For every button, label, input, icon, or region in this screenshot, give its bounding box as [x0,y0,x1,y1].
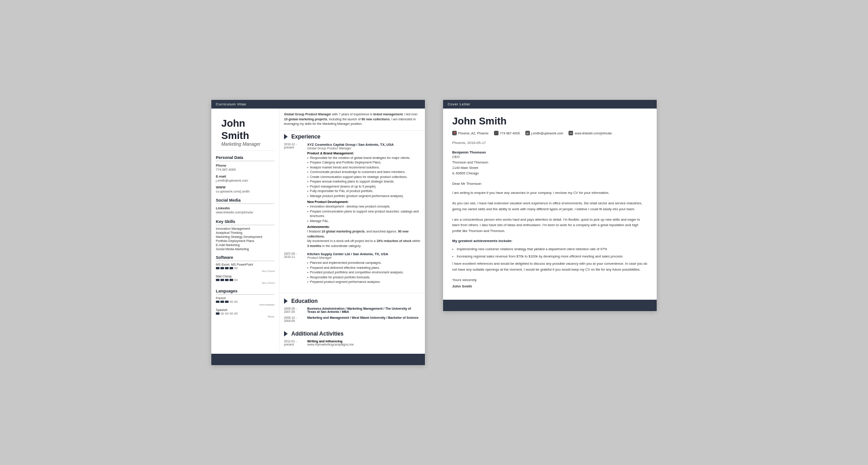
exp-bullet-item: Prepare Category and Portfolio Deploymen… [307,160,420,165]
lang-dot [216,312,219,315]
cl-email: ✉ j.smith@uptowork.com [525,131,564,135]
cl-name: John Smith [452,115,648,127]
experience-title: Experience [284,134,420,140]
bar-dot [216,279,219,281]
key-skills-title: Key Skills [216,219,274,225]
email-value: j.smith@uptowork.com [216,178,274,183]
languages-title: Languages [216,289,274,295]
experience-item: 2010-12 - presentXYZ Cosmetics Capital G… [284,143,420,249]
edu-degree: Business Administration / Marketing Mana… [307,307,420,313]
exp-subsection-title: New Product Development: [307,200,420,203]
software-title: Software [216,255,274,261]
email-label: E-mail [216,174,274,178]
software-level-label: Very Good [216,282,274,284]
cl-linkedin: in www.linkedin.com/johnutw [569,131,612,135]
software-name: MS Excel, MS PowerPoint [216,263,274,266]
cl-footer [443,300,657,311]
phone-label: Phone [216,163,274,168]
lang-dot [220,301,224,303]
exp-date: 2010-12 - present [284,143,304,249]
act-title: Writing and Influencing [307,340,420,343]
lang-dot [216,301,219,303]
lang-dot [225,301,229,303]
lang-dot [229,312,233,315]
education-arrow [284,298,288,304]
cv-main-content: Global Group Product Manager with 7 year… [279,109,425,351]
exp-bullet-item: Analyze market trends and recommend solu… [307,165,420,170]
education-title: Education [284,298,420,304]
cv-body: John Smith Marketing Manager Personal Da… [211,109,425,351]
activities-section: Additional Activities 2012-01 - presentW… [279,328,425,351]
exp-subsection-title: Product & Brand Management: [307,152,420,155]
social-media-title: Social Media [216,198,274,204]
edu-content: Marketing and Management / West Miami Un… [307,316,420,322]
skills-list: Innovation ManagementAnalytical Thinking… [216,227,274,251]
cl-yours-sincerely: Yours sincerely [452,278,648,282]
cl-phone-text: 774-987-4009 [500,132,520,135]
bar-dot [220,267,224,269]
exp-bullet-item: Planned and implemented promotional camp… [307,261,420,266]
exp-bullet-item: Prepared and delivered effective marketi… [307,266,420,271]
cl-achievement-item: Implementing new customer relations stra… [452,247,648,252]
act-content: Writing and Influencingwww.mymarketingca… [307,340,420,346]
page-wrapper: Curriculum Vitae John Smith Marketing Ma… [211,82,657,383]
activity-item: 2012-01 - presentWriting and Influencing… [284,340,420,346]
cl-recipient-city: IL 60605 Chicago [452,171,648,176]
cl-header-label: Cover Letter [448,102,470,106]
language-name: Spanish [216,308,274,312]
cl-header-bar: Cover Letter [443,100,657,109]
exp-bullet-item: Prepare communication plans to support n… [307,209,420,219]
cl-achievements-title: My greatest achievements include: [452,239,648,243]
exp-job-title: Product Manager [307,256,420,259]
linkedin-label: Linkedin [216,206,274,210]
experience-label: Experience [291,134,320,140]
cl-email-text: j.smith@uptowork.com [531,132,564,135]
education-item: 2005-09 - 2007-05Business Administration… [284,307,420,313]
exp-content: XYZ Cosmetics Capital Group / San Antoni… [307,143,420,249]
cl-paragraph: I am writing to enquire if you have any … [452,190,648,196]
cv-name: John Smith [221,118,269,142]
cl-achievement-item: Increasing regional sales revenue from $… [452,254,648,259]
cl-date: Phoenix, 2016-05-17 [452,141,648,145]
exp-bullet-item: Provided product portfolios and competit… [307,270,420,275]
cl-recipient-name: Benjamin Thomson [452,150,648,154]
experience-arrow [284,134,288,139]
cl-recipient-role: CEO [452,154,648,160]
skill-item: Marketing Strategy Development [216,235,274,238]
activities-items: 2012-01 - presentWriting and Influencing… [284,340,420,346]
software-level-label: Very Good [216,270,274,272]
bar-dot [229,267,233,269]
edu-date: 2005-09 - 2007-05 [284,307,304,313]
cv-page: Curriculum Vitae John Smith Marketing Ma… [211,100,425,365]
bar-dot [225,267,229,269]
experience-items: 2010-12 - presentXYZ Cosmetics Capital G… [284,143,420,285]
software-bar [216,267,274,269]
personal-data-title: Personal Data [216,155,274,161]
exp-bullet-item: Responsible for product portfolio foreca… [307,275,420,280]
exp-date: 2007-09 - 2010-11 [284,252,304,285]
cv-header-bar: Curriculum Vitae [211,100,425,109]
education-label: Education [291,298,318,304]
edu-content: Business Administration / Marketing Mana… [307,307,420,313]
phone-icon: 📞 [494,131,499,135]
cl-linkedin-text: www.linkedin.com/johnutw [574,132,612,135]
exp-content: Kitchen Supply Center Ltd / San Antonio,… [307,252,420,285]
language-level-label: Basic [216,315,274,318]
cl-paragraph: As you can see, I have had extensive vac… [452,201,648,213]
edu-degree: Marketing and Management / West Miami Un… [307,316,420,319]
software-item: Mail ChimpVery Good [216,275,274,284]
language-item: SpanishBasic [216,308,274,318]
achievement-item: My involvement in a stock sell-off proje… [307,239,420,248]
lang-dot [229,301,233,303]
exp-bullet-item: Innovation development - develop new pro… [307,204,420,209]
cl-recipient-address: 1140 Main Street [452,165,648,171]
language-name: French [216,297,274,300]
skill-item: Portfolio Deployment Plans [216,239,274,242]
linkedin-icon: in [569,131,573,135]
exp-bullet-list: Responsible for the creation of global b… [307,156,420,199]
achievement-item: I finalized 10 global marketing projects… [307,229,420,239]
cv-footer [211,354,425,365]
skill-item: Social Media Marketing [216,247,274,251]
cl-location: 📍 Phoenix, AZ, Phoenix [452,131,489,135]
achievements-title: Achievements: [307,225,420,228]
